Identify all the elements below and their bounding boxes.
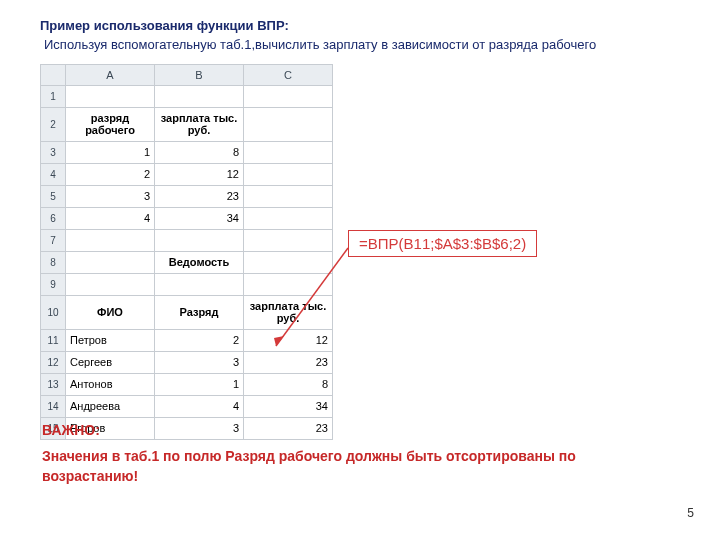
row-header: 6 [41,207,66,229]
row-header: 4 [41,163,66,185]
row-header: 2 [41,107,66,141]
row-header: 8 [41,251,66,273]
col-header-c: C [244,64,333,85]
t1-rank: 4 [66,207,155,229]
t2-rank: 3 [155,417,244,439]
row-11: 11 Петров 2 12 [41,329,333,351]
t2-fio: Петров [66,329,155,351]
row-10: 10 ФИО Разряд зарплата тыс. руб. [41,295,333,329]
col-header-b: B [155,64,244,85]
t1-rank: 2 [66,163,155,185]
row-6: 6 4 34 [41,207,333,229]
t2-rank: 3 [155,351,244,373]
row-header: 5 [41,185,66,207]
t2-fio: Андреева [66,395,155,417]
row-4: 4 2 12 [41,163,333,185]
t1-header-salary: зарплата тыс. руб. [155,107,244,141]
sheet-title: Ведомость [155,251,244,273]
row-header: 11 [41,329,66,351]
t2-header-salary: зарплата тыс. руб. [244,295,333,329]
t1-salary: 8 [155,141,244,163]
select-all-cell [41,64,66,85]
row-2: 2 разряд рабочего зарплата тыс. руб. [41,107,333,141]
row-header: 10 [41,295,66,329]
row-12: 12 Сергеев 3 23 [41,351,333,373]
row-3: 3 1 8 [41,141,333,163]
formula-callout: =ВПР(B11;$A$3:$B$6;2) [348,230,537,257]
page-number: 5 [687,506,694,520]
col-header-a: A [66,64,155,85]
t2-fio: Сергеев [66,351,155,373]
row-5: 5 3 23 [41,185,333,207]
row-14: 14 Андреева 4 34 [41,395,333,417]
t2-salary: 12 [244,329,333,351]
t2-rank: 1 [155,373,244,395]
row-header: 7 [41,229,66,251]
row-7: 7 [41,229,333,251]
t1-header-rank: разряд рабочего [66,107,155,141]
t2-rank: 4 [155,395,244,417]
t2-salary: 34 [244,395,333,417]
important-label: ВАЖНО: [42,422,100,438]
t1-rank: 3 [66,185,155,207]
row-header: 13 [41,373,66,395]
t2-header-rank: Разряд [155,295,244,329]
t1-salary: 23 [155,185,244,207]
t2-fio: Антонов [66,373,155,395]
t1-salary: 12 [155,163,244,185]
t2-rank: 2 [155,329,244,351]
t2-salary: 8 [244,373,333,395]
row-8: 8 Ведомость [41,251,333,273]
row-1: 1 [41,85,333,107]
t1-salary: 34 [155,207,244,229]
row-header: 1 [41,85,66,107]
t2-salary: 23 [244,417,333,439]
important-text: Значения в таб.1 по полю Разряд рабочего… [42,446,602,487]
t2-header-fio: ФИО [66,295,155,329]
t1-rank: 1 [66,141,155,163]
slide-title: Пример использования функции ВПР: [40,18,690,33]
t2-salary: 23 [244,351,333,373]
row-header: 12 [41,351,66,373]
spreadsheet: A B C 1 2 разряд рабочего зарплата тыс. … [40,64,333,440]
row-header: 3 [41,141,66,163]
row-header: 9 [41,273,66,295]
row-header: 14 [41,395,66,417]
slide-subtitle: Используя вспомогательную таб.1,вычислит… [40,37,690,54]
row-9: 9 [41,273,333,295]
row-13: 13 Антонов 1 8 [41,373,333,395]
